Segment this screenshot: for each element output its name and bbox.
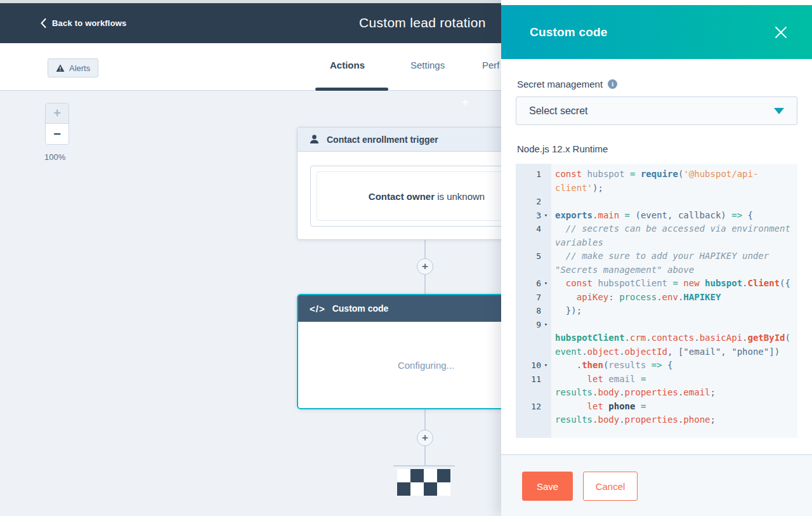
code-token: [635, 401, 640, 411]
line-number: 1: [536, 168, 541, 182]
panel-header: Custom code: [501, 5, 812, 59]
gutter-cell: ▾: [516, 236, 551, 250]
gutter-cell: 6▾: [516, 277, 551, 291]
alerts-button[interactable]: Alerts: [48, 58, 98, 77]
code-token: ({: [780, 278, 790, 288]
code-line: 11▾ let email =: [516, 373, 797, 387]
custom-code-panel: Custom code Secret management i Select s…: [501, 0, 812, 516]
code-line: 7▾ apiKey: process.env.HAPIKEY: [516, 291, 797, 305]
add-action-button[interactable]: +: [417, 258, 433, 275]
code-token: contacts: [652, 333, 694, 343]
line-number: 8: [536, 304, 541, 318]
close-icon: [775, 26, 787, 39]
code-token: [582, 169, 587, 179]
zoom-level: 100%: [44, 152, 65, 162]
code-token: });: [555, 305, 582, 315]
panel-footer: Save Cancel: [501, 454, 812, 516]
code-line: 1▾const hubspot = require('@hubspot/api-: [516, 168, 797, 182]
fold-arrow-icon[interactable]: ▾: [542, 318, 549, 332]
code-token: require: [641, 169, 678, 179]
cancel-button[interactable]: Cancel: [583, 472, 638, 501]
zoom-out-button[interactable]: −: [46, 124, 69, 144]
tab-settings[interactable]: Settings: [410, 60, 445, 70]
code-token: Client: [748, 278, 780, 288]
code-line-text: variables: [551, 236, 603, 250]
code-token: "phone": [731, 347, 769, 357]
close-panel-button[interactable]: [774, 25, 788, 39]
code-line: ▾results.body.properties.email;: [516, 386, 797, 400]
code-token: =>: [731, 210, 742, 220]
code-token: hubspot: [705, 278, 742, 288]
contact-icon: [309, 134, 320, 145]
code-line: 9▾: [516, 318, 797, 332]
gutter-cell: ▾: [516, 345, 551, 359]
warning-icon: [56, 64, 65, 72]
code-token: exports: [555, 210, 593, 220]
code-token: process: [619, 292, 657, 302]
code-line: 12▾ let phone =: [516, 400, 797, 414]
fold-arrow-icon[interactable]: ▾: [542, 359, 549, 373]
add-top-plus-icon[interactable]: +: [462, 96, 469, 109]
code-token: basicApi: [700, 333, 742, 343]
chevron-left-icon: [41, 18, 46, 28]
code-token: email: [608, 374, 635, 384]
code-line-text: "Secrets management" above: [551, 263, 694, 277]
code-token: .: [646, 333, 651, 343]
code-token: object: [587, 347, 620, 357]
code-line: ▾client');: [516, 182, 797, 195]
info-icon[interactable]: i: [608, 79, 617, 89]
zoom-controls: + −: [46, 103, 69, 144]
code-token: variables: [555, 237, 603, 248]
code-token: const: [566, 278, 593, 288]
code-token: =: [625, 210, 630, 220]
code-token: , [: [667, 347, 683, 357]
code-token: apiKey: [577, 292, 609, 302]
runtime-text: Node.js 12.x Runtime: [517, 143, 608, 154]
code-token: results: [555, 387, 593, 397]
chevron-down-icon: [774, 108, 784, 114]
flag-cell: [410, 482, 424, 496]
code-line-text: apiKey: process.env.HAPIKEY: [551, 291, 721, 305]
code-line-text: hubspotClient.crm.contacts.basicApi.getB…: [551, 331, 790, 345]
code-line: ▾hubspotClient.crm.contacts.basicApi.get…: [516, 331, 797, 345]
code-token: phone: [683, 414, 710, 425]
gutter-cell: ▾: [516, 331, 551, 345]
code-line-text: });: [551, 304, 582, 318]
line-number: 10: [531, 359, 541, 373]
code-token: then: [582, 360, 603, 370]
code-token: .: [742, 333, 747, 343]
tab-performance[interactable]: Perf: [482, 60, 500, 70]
zoom-in-button[interactable]: +: [46, 103, 69, 124]
code-token: [646, 360, 651, 370]
code-token: ;: [710, 387, 716, 397]
flag-cell: [410, 469, 424, 482]
gutter-cell: 11▾: [516, 373, 551, 387]
fold-arrow-icon[interactable]: ▾: [542, 209, 549, 223]
code-token: phone: [608, 401, 635, 411]
code-line-text: // secrets can be accessed via environme…: [551, 222, 790, 236]
flag-cell: [424, 482, 437, 496]
code-token: {: [662, 360, 673, 370]
code-token: body: [598, 387, 619, 397]
secret-management-text: Secret management: [517, 79, 603, 89]
save-button[interactable]: Save: [522, 472, 573, 501]
tab-actions[interactable]: Actions: [330, 60, 365, 70]
code-editor-rows: 1▾const hubspot = require('@hubspot/api-…: [516, 168, 797, 427]
code-editor[interactable]: 1▾const hubspot = require('@hubspot/api-…: [516, 164, 797, 438]
back-to-workflows-link[interactable]: Back to workflows: [41, 3, 127, 43]
code-line: 6▾ const hubspotClient = new hubspot.Cli…: [516, 277, 797, 291]
add-action-button[interactable]: +: [417, 430, 433, 446]
code-token: let: [587, 374, 603, 384]
secret-select[interactable]: Select secret: [516, 96, 797, 125]
fold-arrow-icon[interactable]: ▾: [542, 277, 549, 291]
code-token: email: [683, 387, 710, 397]
code-token: env: [662, 292, 678, 302]
code-token: body: [598, 414, 619, 425]
code-token: [555, 292, 577, 302]
code-token: [700, 278, 705, 288]
code-line: ▾results.body.properties.phone;: [516, 413, 797, 427]
condition-property: Contact owner: [369, 191, 435, 202]
code-token: '@hubspot/api-: [683, 169, 758, 179]
code-token: hubspot: [587, 169, 625, 179]
code-token: .: [742, 278, 747, 288]
